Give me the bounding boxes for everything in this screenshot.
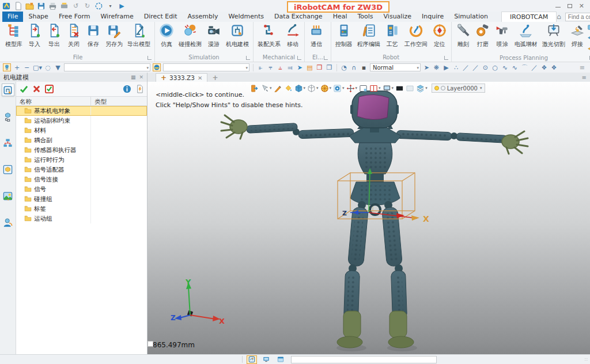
ribbon-button-collision[interactable]: 碰撞检测	[176, 22, 204, 48]
undo-icon[interactable]: ↺	[71, 2, 80, 10]
play-tool-icon[interactable]: ▶	[442, 63, 450, 71]
ribbon-button-polish[interactable]: 打磨	[473, 22, 493, 48]
resize-grip[interactable]: ∷	[585, 357, 588, 362]
segment-tool-icon[interactable]: ／	[531, 63, 538, 71]
stack-a-icon[interactable]	[587, 24, 590, 33]
viewport-display-monitor-icon[interactable]: ▾	[383, 84, 394, 93]
layer-dropdown[interactable]: Layer0000▾	[432, 84, 485, 93]
part-box-icon[interactable]: ❒	[316, 63, 323, 71]
ribbon-button-import[interactable]: 导入	[25, 22, 44, 48]
robot-model[interactable]: X Z Y X Z	[148, 82, 590, 354]
select-tool-icon[interactable]: ➤	[423, 63, 430, 71]
filter-combobox[interactable]: ▾	[64, 63, 150, 71]
tree-row[interactable]: 标签	[16, 204, 147, 214]
viewport-pick-filter-icon[interactable]: ▾	[260, 84, 272, 93]
menu-direct-edit[interactable]: Direct Edit	[139, 12, 183, 22]
tree-row[interactable]: 运动组	[16, 214, 147, 223]
status-monitor-icon[interactable]	[261, 355, 271, 364]
ribbon-button-save[interactable]: 保存	[84, 22, 103, 48]
stack-b-icon[interactable]	[587, 34, 590, 43]
circle-center-tool-icon[interactable]: ⊙	[482, 63, 489, 71]
polyline-tool-icon[interactable]: ／	[472, 63, 479, 71]
snap-icon[interactable]: ◔	[341, 63, 348, 71]
zoom-out-icon[interactable]: −	[23, 63, 31, 71]
new-file-icon[interactable]	[14, 2, 22, 10]
ribbon-button-arc-am[interactable]: 电弧增材	[512, 22, 540, 48]
selection-set-icon[interactable]	[94, 2, 103, 10]
spline-tool-icon[interactable]: ∿	[501, 63, 509, 71]
panel-tab-visual-manager-icon[interactable]	[2, 189, 14, 202]
select-box-icon[interactable]: ▢▾	[33, 63, 42, 71]
open-file-icon[interactable]	[25, 2, 34, 10]
ribbon-button-saveas[interactable]: 另存为	[103, 22, 125, 48]
surface-tool-icon[interactable]: ❖	[540, 63, 548, 71]
viewport-window-layout-icon[interactable]: ▾	[369, 84, 381, 93]
viewport-wireframe-cube-icon[interactable]: ▾	[307, 84, 319, 93]
play-macro-icon[interactable]: ▶	[118, 2, 126, 10]
menu-irobotcam[interactable]: IROBOTCAM	[501, 12, 557, 22]
tree-row[interactable]: 信号连接	[16, 175, 147, 184]
apply-check-icon[interactable]	[44, 85, 54, 94]
ribbon-button-play[interactable]: 仿真	[157, 22, 176, 48]
viewport-paint-bucket-icon[interactable]	[284, 84, 293, 93]
context-combobox[interactable]: ▾	[163, 63, 249, 71]
ribbon-button-spray[interactable]: 喷涂	[493, 22, 512, 48]
tree-row[interactable]: 耦合副	[16, 135, 147, 145]
plot-icon[interactable]	[60, 2, 69, 10]
menu-wireframe[interactable]: Wireframe	[95, 12, 138, 22]
panel-close-icon[interactable]: ✕	[139, 74, 143, 80]
panel-dock-icon[interactable]: ▦	[131, 74, 136, 80]
line-tool-icon[interactable]: ／	[462, 63, 470, 71]
column-type[interactable]: 类型	[91, 97, 147, 105]
panel-tab-role-manager-icon[interactable]	[2, 216, 14, 229]
tree-row[interactable]: 材料	[16, 126, 147, 135]
ribbon-button-move[interactable]: 移动	[283, 22, 302, 48]
ribbon-button-close-doc[interactable]: 关闭	[64, 22, 84, 48]
menu-inquire[interactable]: Inquire	[417, 12, 449, 22]
ribbon-button-workspace[interactable]: 工作空间	[402, 22, 430, 48]
tab-close-icon[interactable]: ✕	[198, 75, 202, 81]
menu-assembly[interactable]: Assembly	[183, 12, 224, 22]
tree-row[interactable]: 传感器和执行器	[16, 145, 147, 155]
ribbon-button-weld[interactable]: 焊接	[568, 22, 587, 48]
viewport-shaded-cube-icon[interactable]: ▾	[294, 84, 306, 93]
ribbon-button-export[interactable]: 导出	[44, 22, 64, 48]
viewport-3d[interactable]: X Z Y X Z <middle-click> to continue. Cl…	[148, 82, 590, 354]
arc-tool-icon[interactable]: ⌒	[521, 63, 528, 71]
menu-free-form[interactable]: Free Form	[54, 12, 96, 22]
menu-shape[interactable]: Shape	[23, 12, 53, 22]
viewport-background-light-icon[interactable]	[406, 84, 414, 93]
ribbon-button-assembly-rel[interactable]: 装配关系	[255, 22, 283, 48]
filter-icon[interactable]: ▼	[54, 63, 62, 71]
tree-row[interactable]: 运动副和约束	[16, 116, 147, 126]
status-input-field[interactable]	[291, 356, 437, 363]
surface2-tool-icon[interactable]: ❖	[550, 63, 558, 71]
home-icon[interactable]: ⌂	[557, 13, 561, 21]
dialog-launcher-icon[interactable]	[324, 56, 328, 60]
menu-tools[interactable]: Tools	[352, 12, 378, 22]
pick-cursor-icon[interactable]: ➤	[296, 63, 304, 71]
menu-file[interactable]: File	[2, 12, 23, 22]
ribbon-button-comm[interactable]: 通信	[307, 22, 326, 48]
viewport-corner-widget[interactable]	[148, 341, 153, 347]
menu-visualize[interactable]: Visualize	[379, 12, 417, 22]
viewport-window-split-icon[interactable]	[359, 84, 368, 93]
align-left-icon[interactable]: ⫦	[257, 63, 264, 71]
show-hide-icon[interactable]	[3, 63, 11, 71]
viewport-move-view-icon[interactable]: ▾	[346, 84, 358, 93]
redo-icon[interactable]: ↻	[83, 2, 92, 10]
dialog-launcher-icon[interactable]	[297, 56, 301, 60]
save-icon[interactable]	[37, 2, 46, 10]
dialog-launcher-icon[interactable]	[148, 56, 152, 60]
ribbon-button-export-model[interactable]: 导出模型	[125, 22, 153, 48]
menu-data-exchange[interactable]: Data Exchange	[269, 12, 328, 22]
viewport-exit-view-icon[interactable]	[250, 84, 259, 93]
trace-icon[interactable]: ∩	[350, 63, 358, 71]
style-combobox[interactable]: Normal▾	[370, 63, 421, 71]
ribbon-button-program[interactable]: 程序编辑	[355, 22, 383, 48]
confirm-icon[interactable]	[19, 85, 28, 94]
solid-square-icon[interactable]: ▪	[360, 63, 368, 71]
viewport-render-ring-icon[interactable]: ▾	[333, 84, 345, 93]
panel-tab-mech-tab-icon[interactable]	[2, 84, 14, 96]
zoom-in-icon[interactable]: +	[13, 63, 21, 71]
